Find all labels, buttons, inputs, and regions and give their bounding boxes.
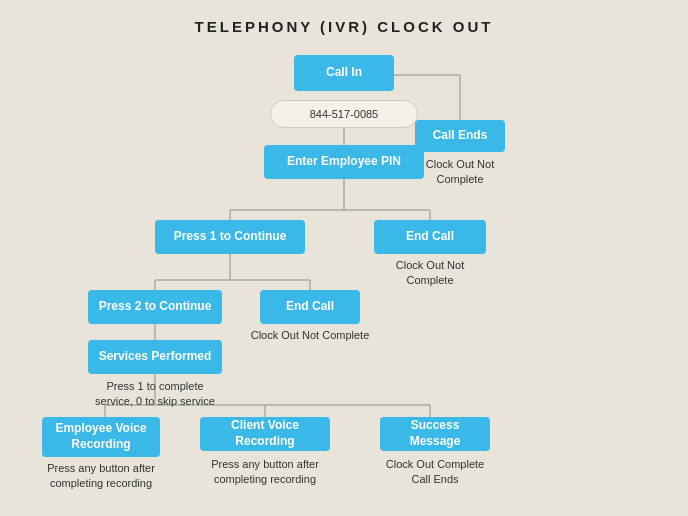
press2-continue-box: Press 2 to Continue xyxy=(88,290,222,324)
press1-continue-box: Press 1 to Continue xyxy=(155,220,305,254)
services-note: Press 1 to complete service, 0 to skip s… xyxy=(68,379,242,410)
enter-pin-box: Enter Employee PIN xyxy=(264,145,424,179)
clock-out-not-complete-2: Clock Out Not Complete xyxy=(374,258,486,289)
end-call-1-box: End Call xyxy=(374,220,486,254)
employee-voice-box: Employee Voice Recording xyxy=(42,417,160,457)
services-performed-box: Services Performed xyxy=(88,340,222,374)
call-in-box: Call In xyxy=(294,55,394,91)
phone-number-note: 844-517-0085 xyxy=(270,100,418,128)
page-title: TELEPHONY (IVR) CLOCK OUT xyxy=(0,0,688,35)
client-voice-note: Press any button after completing record… xyxy=(196,457,334,488)
employee-voice-note: Press any button after completing record… xyxy=(30,461,172,492)
success-message-box: Success Message xyxy=(380,417,490,451)
end-call-2-box: End Call xyxy=(260,290,360,324)
call-ends-box: Call Ends xyxy=(415,120,505,152)
clock-out-not-complete-3: Clock Out Not Complete xyxy=(248,328,372,343)
success-note: Clock Out Complete Call Ends xyxy=(374,457,496,488)
client-voice-box: Client Voice Recording xyxy=(200,417,330,451)
